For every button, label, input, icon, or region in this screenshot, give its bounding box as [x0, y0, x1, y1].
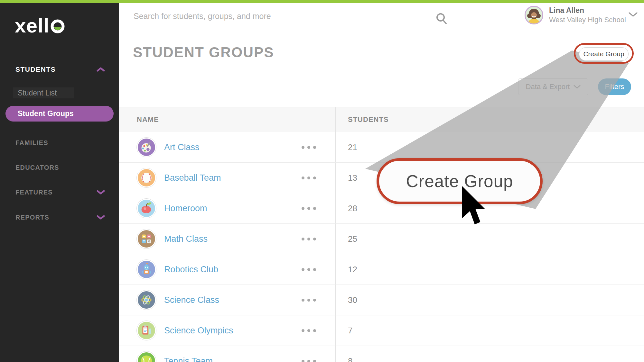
art-palette-icon [136, 137, 156, 157]
table-row: Art Class 21 [119, 132, 644, 163]
profile-name: Lina Allen [549, 6, 626, 15]
robot-icon [136, 259, 156, 279]
row-actions-button[interactable] [302, 234, 316, 244]
column-header-students: STUDENTS [335, 107, 644, 132]
group-name-link[interactable]: Robotics Club [164, 265, 218, 275]
sidebar: xell STUDENTS Student List Student Group… [0, 0, 119, 362]
app-window: xell STUDENTS Student List Student Group… [0, 0, 644, 362]
chevron-down-icon [574, 83, 581, 91]
profile-school: West Valley High School [549, 16, 626, 24]
clipboard-icon [136, 321, 156, 340]
column-header-name: NAME [119, 107, 335, 132]
table-row: Science Olympics 7 [119, 315, 644, 346]
chevron-up-icon[interactable] [97, 67, 105, 72]
student-groups-table: NAME STUDENTS Art Class 21 Baseball Team… [119, 107, 644, 362]
filters-button[interactable]: Filters [598, 78, 631, 95]
sidebar-section-students[interactable]: STUDENTS [0, 64, 119, 75]
sidebar-item-reports[interactable]: REPORTS [0, 212, 119, 223]
logo-o-icon [50, 17, 65, 35]
group-student-count: 21 [335, 132, 644, 162]
table-row: Robotics Club 12 [119, 254, 644, 285]
filters-label: Filters [605, 83, 624, 91]
group-name-cell: Art Class [119, 132, 335, 162]
group-student-count: 13 [335, 163, 644, 193]
group-name-cell: Homeroom [119, 193, 335, 223]
row-actions-button[interactable] [302, 326, 316, 335]
sidebar-item-label: Student Groups [18, 109, 74, 118]
group-student-count: 25 [335, 224, 644, 254]
table-header: NAME STUDENTS [119, 107, 644, 132]
search-icon[interactable] [435, 12, 448, 27]
table-row: Baseball Team 13 [119, 163, 644, 193]
sidebar-item-label: FEATURES [15, 189, 53, 196]
profile-menu[interactable]: Lina Allen West Valley High School [525, 6, 640, 24]
profile-text: Lina Allen West Valley High School [549, 6, 626, 24]
group-name-link[interactable]: Tennis Team [164, 356, 213, 362]
sidebar-item-label: EDUCATORS [15, 164, 59, 171]
row-actions-button[interactable] [302, 204, 316, 213]
row-actions-button[interactable] [302, 143, 316, 152]
create-group-button[interactable]: Create Group [579, 47, 629, 61]
table-row: Math Class 25 [119, 224, 644, 254]
avatar[interactable] [525, 6, 543, 24]
row-actions-button[interactable] [302, 357, 316, 362]
create-group-label: Create Group [583, 50, 624, 58]
group-name-link[interactable]: Homeroom [164, 204, 207, 213]
group-name-link[interactable]: Baseball Team [164, 173, 221, 183]
row-actions-button[interactable] [302, 295, 316, 305]
chevron-down-icon[interactable] [97, 190, 105, 195]
chevron-down-icon[interactable] [97, 215, 105, 220]
group-student-count: 12 [335, 254, 644, 285]
math-icon [136, 229, 156, 249]
group-name-link[interactable]: Art Class [164, 142, 200, 152]
group-name-link[interactable]: Science Class [164, 295, 219, 305]
logo-text: xell [15, 16, 49, 35]
group-name-cell: Baseball Team [119, 163, 335, 193]
group-name-link[interactable]: Science Olympics [164, 326, 233, 336]
chevron-down-icon[interactable] [628, 12, 638, 19]
apple-icon [136, 198, 156, 218]
baseball-icon [136, 168, 156, 188]
top-accent-bar [0, 0, 644, 3]
sidebar-item-label: FAMILIES [15, 139, 48, 147]
group-student-count: 7 [335, 315, 644, 346]
search-bar [134, 6, 451, 29]
row-actions-button[interactable] [302, 265, 316, 274]
group-name-link[interactable]: Math Class [164, 234, 208, 244]
sidebar-item-educators[interactable]: EDUCATORS [0, 162, 119, 173]
group-name-cell: Tennis Team [119, 346, 335, 362]
table-row: Tennis Team 8 [119, 346, 644, 362]
sidebar-item-label: Student List [18, 89, 57, 97]
group-name-cell: Robotics Club [119, 254, 335, 285]
group-table-body: Art Class 21 Baseball Team 13 Homeroom 2… [119, 132, 644, 362]
sidebar-item-families[interactable]: FAMILIES [0, 137, 119, 149]
data-export-button[interactable]: Data & Export [518, 78, 588, 95]
group-name-cell: Science Olympics [119, 315, 335, 346]
sidebar-item-student-list[interactable]: Student List [0, 87, 119, 98]
xello-logo[interactable]: xell [15, 16, 65, 35]
data-export-label: Data & Export [526, 83, 570, 91]
page-title: STUDENT GROUPS [133, 44, 274, 60]
tennis-ball-icon [136, 351, 156, 362]
table-row: Homeroom 28 [119, 193, 644, 224]
group-student-count: 8 [335, 346, 644, 362]
sidebar-item-features[interactable]: FEATURES [0, 186, 119, 198]
group-name-cell: Science Class [119, 285, 335, 315]
row-actions-button[interactable] [302, 173, 316, 183]
group-name-cell: Math Class [119, 224, 335, 254]
group-student-count: 30 [335, 285, 644, 315]
search-input[interactable] [134, 6, 423, 26]
sidebar-item-student-groups[interactable]: Student Groups [5, 106, 114, 122]
table-row: Science Class 30 [119, 285, 644, 315]
sidebar-section-label: STUDENTS [15, 66, 56, 73]
atom-icon [136, 290, 156, 310]
group-student-count: 28 [335, 193, 644, 223]
sidebar-item-label: REPORTS [15, 214, 49, 221]
